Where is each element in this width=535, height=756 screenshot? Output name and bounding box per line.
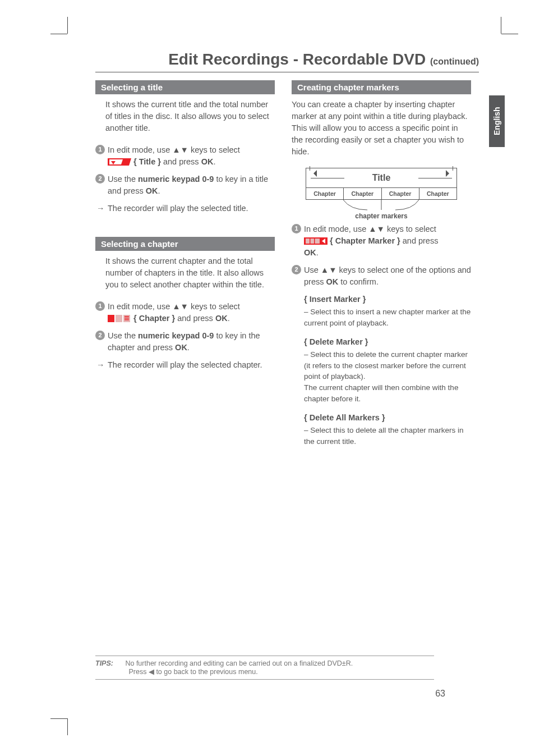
diagram-chapter-cell: Chapter <box>344 188 381 199</box>
svg-rect-3 <box>108 315 114 322</box>
page-title-continued: (continued) <box>430 57 479 66</box>
chapter-thumb-icon <box>108 315 131 322</box>
step-text: . <box>187 343 190 352</box>
step-text: to confirm. <box>338 277 379 286</box>
step-text: . <box>213 157 215 166</box>
keypad-label: numeric keypad 0-9 <box>138 331 214 340</box>
svg-rect-12 <box>314 239 315 244</box>
svg-rect-11 <box>310 239 311 244</box>
ok-label: OK <box>304 248 316 257</box>
step-1-title: 1 In edit mode, use ▲▼ keys to select { … <box>95 144 275 168</box>
chapter-menu-label: { Chapter } <box>133 314 175 323</box>
title-thumb-icon <box>108 158 131 166</box>
intro-selecting-title: It shows the current title and the total… <box>105 99 275 134</box>
step-text: and press <box>161 157 201 166</box>
option-delete-all-markers-title: { Delete All Markers } <box>304 412 471 424</box>
diagram-title-label: Title <box>372 173 391 183</box>
step-text: and press <box>400 236 439 245</box>
intro-selecting-chapter: It shows the current chapter and the tot… <box>105 255 275 291</box>
step-text: In edit mode, use ▲▼ keys to select <box>108 302 240 311</box>
ok-label: OK <box>215 314 228 323</box>
svg-rect-8 <box>124 319 129 320</box>
ok-label: OK <box>201 157 214 166</box>
crop-mark <box>67 17 68 34</box>
step-number-icon: 1 <box>292 224 301 233</box>
step-text: . <box>316 248 319 257</box>
page-title: Edit Recordings - Recordable DVD (contin… <box>95 51 479 72</box>
ok-label: OK <box>175 343 187 352</box>
step-text: In edit mode, use ▲▼ keys to select <box>108 145 240 154</box>
step-number-icon: 2 <box>292 265 301 274</box>
diagram-caption: chapter markers <box>306 212 457 220</box>
diagram-chapter-cell: Chapter <box>419 188 456 199</box>
ok-label: OK <box>326 277 339 286</box>
result-arrow-line: The recorder will play the selected titl… <box>95 203 275 214</box>
svg-rect-4 <box>116 315 122 322</box>
step-text: . <box>228 314 230 323</box>
section-bar-chapter-markers: Creating chapter markers <box>292 80 471 94</box>
option-delete-marker-title: { Delete Marker } <box>304 336 471 348</box>
svg-rect-10 <box>306 239 320 244</box>
step-2-chapter: 2 Use the numeric keypad 0-9 to key in t… <box>95 330 275 354</box>
diagram-chapter-cell: Chapter <box>382 188 419 199</box>
step-number-icon: 1 <box>95 301 105 311</box>
crop-mark <box>501 17 501 34</box>
option-delete-all-markers-body: – Select this to delete all the chapter … <box>304 425 471 447</box>
crop-mark <box>501 34 518 34</box>
intro-chapter-markers: You can create a chapter by inserting ch… <box>292 99 471 158</box>
svg-marker-1 <box>109 159 123 164</box>
keypad-label: numeric keypad 0-9 <box>138 175 214 184</box>
chapter-marker-thumb-icon <box>304 237 328 245</box>
crop-mark <box>50 34 67 34</box>
step-text: In edit mode, use ▲▼ keys to select <box>304 224 436 233</box>
step-2-title: 2 Use the numeric keypad 0-9 to key in a… <box>95 173 275 197</box>
section-bar-selecting-chapter: Selecting a chapter <box>95 237 275 251</box>
tips-line-2: Press ◀ to go back to the previous menu. <box>128 668 257 676</box>
chapter-marker-menu-label: { Chapter Marker } <box>330 236 400 245</box>
svg-rect-6 <box>124 316 129 317</box>
step-number-icon: 1 <box>95 145 105 154</box>
option-insert-marker-title: { Insert Marker } <box>304 294 471 305</box>
option-insert-marker-body: – Select this to insert a new chapter ma… <box>304 306 471 328</box>
step-1-marker: 1 In edit mode, use ▲▼ keys to select { … <box>292 223 471 259</box>
crop-mark <box>50 718 67 719</box>
result-arrow-line: The recorder will play the selected chap… <box>95 359 275 371</box>
title-menu-label: { Title } <box>133 157 161 166</box>
step-number-icon: 2 <box>95 331 105 340</box>
step-1-chapter: 1 In edit mode, use ▲▼ keys to select { … <box>95 301 275 324</box>
diagram-marker-lines <box>306 200 457 211</box>
step-2-marker: 2 Use ▲▼ keys to select one of the optio… <box>292 264 471 288</box>
page-number: 63 <box>435 689 445 699</box>
svg-rect-7 <box>124 318 129 319</box>
option-delete-marker-body: – Select this to delete the current chap… <box>304 349 471 404</box>
step-text: . <box>158 186 160 195</box>
section-bar-selecting-title: Selecting a title <box>95 80 275 94</box>
diagram-title-bar: Title <box>306 168 457 188</box>
diagram-chapter-row: Chapter Chapter Chapter Chapter <box>306 188 457 200</box>
tips-bar: TIPS: No further recording and editing c… <box>95 656 434 680</box>
tips-label: TIPS: <box>95 659 113 667</box>
step-text: Use the <box>108 331 138 340</box>
step-text: Use the <box>108 175 138 184</box>
ok-label: OK <box>146 186 158 195</box>
right-column: Creating chapter markers You can create … <box>292 80 471 455</box>
tips-line-1: No further recording and editing can be … <box>125 659 353 667</box>
step-text: and press <box>175 314 215 323</box>
page-title-main: Edit Recordings - Recordable DVD <box>168 51 430 68</box>
step-number-icon: 2 <box>95 174 105 184</box>
chapter-diagram: Title Chapter Chapter Chapter Chapter ch… <box>306 168 457 220</box>
diagram-chapter-cell: Chapter <box>306 188 344 199</box>
left-column: Selecting a title It shows the current t… <box>95 80 275 455</box>
